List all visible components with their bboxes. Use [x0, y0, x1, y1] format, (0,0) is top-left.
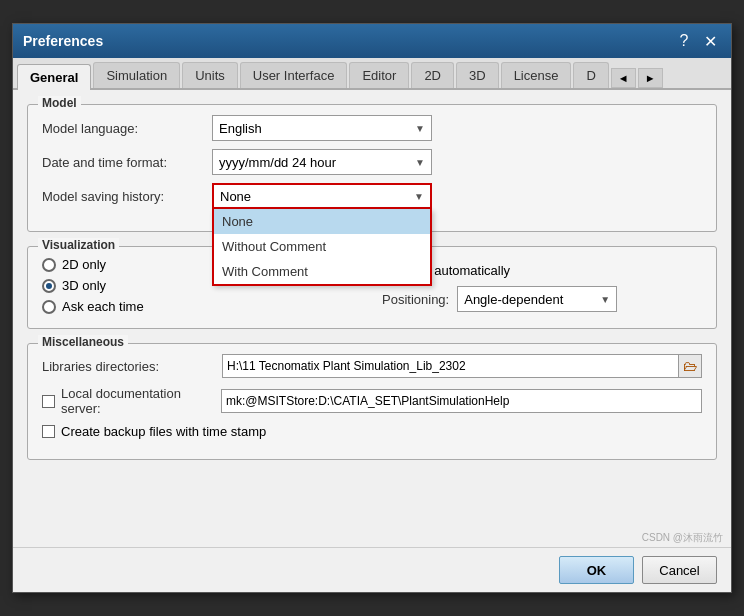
- backup-label: Create backup files with time stamp: [61, 424, 266, 439]
- preferences-dialog: Preferences ? ✕ General Simulation Units…: [12, 23, 732, 593]
- datetime-control: yyyy/mm/dd 24 hour ▼: [212, 149, 702, 175]
- radio-ask-label: Ask each time: [62, 299, 144, 314]
- title-bar-buttons: ? ✕: [673, 30, 721, 52]
- saving-control: None ▼ None Without Comment With Comment: [212, 183, 702, 209]
- positioning-value: Angle-dependent: [464, 292, 563, 307]
- tab-nav-left[interactable]: ◄: [611, 68, 636, 88]
- radio-3d-circle: [42, 279, 56, 293]
- saving-option-without-comment[interactable]: Without Comment: [214, 234, 430, 259]
- vis-group-label: Visualization: [38, 238, 119, 252]
- dialog-footer: OK Cancel: [13, 547, 731, 592]
- datetime-row: Date and time format: yyyy/mm/dd 24 hour…: [42, 149, 702, 175]
- dialog-title: Preferences: [23, 33, 103, 49]
- language-select[interactable]: English ▼: [212, 115, 432, 141]
- dialog-content: Model Model language: English ▼ Date and…: [13, 90, 731, 547]
- tab-user-interface[interactable]: User Interface: [240, 62, 348, 88]
- datetime-select[interactable]: yyyy/mm/dd 24 hour ▼: [212, 149, 432, 175]
- saving-label: Model saving history:: [42, 189, 212, 204]
- positioning-row: Positioning: Angle-dependent ▼: [382, 286, 702, 312]
- radio-3d-dot: [46, 283, 52, 289]
- model-group-label: Model: [38, 96, 81, 110]
- libraries-browse-button[interactable]: 🗁: [678, 354, 702, 378]
- misc-group-label: Miscellaneous: [38, 335, 128, 349]
- help-button[interactable]: ?: [673, 30, 695, 52]
- tab-general[interactable]: General: [17, 64, 91, 90]
- tab-bar: General Simulation Units User Interface …: [13, 58, 731, 90]
- tab-editor[interactable]: Editor: [349, 62, 409, 88]
- language-row: Model language: English ▼: [42, 115, 702, 141]
- positioning-arrow: ▼: [600, 294, 610, 305]
- ok-button[interactable]: OK: [559, 556, 634, 584]
- docserver-checkbox[interactable]: [42, 395, 55, 408]
- tab-license[interactable]: License: [501, 62, 572, 88]
- radio-3d-label: 3D only: [62, 278, 106, 293]
- saving-dropdown-list: None Without Comment With Comment: [212, 209, 432, 286]
- saving-value: None: [220, 189, 251, 204]
- language-control: English ▼: [212, 115, 702, 141]
- datetime-arrow: ▼: [415, 157, 425, 168]
- radio-ask-circle: [42, 300, 56, 314]
- backup-row: Create backup files with time stamp: [42, 424, 702, 439]
- tab-nav-right[interactable]: ►: [638, 68, 663, 88]
- positioning-label: Positioning:: [382, 292, 449, 307]
- datetime-label: Date and time format:: [42, 155, 212, 170]
- language-arrow: ▼: [415, 123, 425, 134]
- saving-dropdown-container: None ▼ None Without Comment With Comment: [212, 183, 432, 209]
- title-bar: Preferences ? ✕: [13, 24, 731, 58]
- tab-2d[interactable]: 2D: [411, 62, 454, 88]
- datetime-value: yyyy/mm/dd 24 hour: [219, 155, 336, 170]
- backup-checkbox[interactable]: [42, 425, 55, 438]
- close-button[interactable]: ✕: [699, 30, 721, 52]
- docserver-label: Local documentation server:: [61, 386, 221, 416]
- tab-units[interactable]: Units: [182, 62, 238, 88]
- tab-d[interactable]: D: [573, 62, 608, 88]
- watermark: CSDN @沐雨流竹: [642, 531, 723, 545]
- docserver-row: Local documentation server: mk:@MSITStor…: [42, 386, 702, 416]
- saving-row: Model saving history: None ▼ None Withou…: [42, 183, 702, 209]
- radio-ask[interactable]: Ask each time: [42, 299, 362, 314]
- libraries-input-group: H:\11 Tecnomatix Plant Simulation_Lib_23…: [222, 354, 702, 378]
- cancel-button[interactable]: Cancel: [642, 556, 717, 584]
- positioning-select[interactable]: Angle-dependent ▼: [457, 286, 617, 312]
- language-label: Model language:: [42, 121, 212, 136]
- model-group: Model Model language: English ▼ Date and…: [27, 104, 717, 232]
- saving-option-none[interactable]: None: [214, 209, 430, 234]
- misc-group: Miscellaneous Libraries directories: H:\…: [27, 343, 717, 460]
- libraries-input[interactable]: H:\11 Tecnomatix Plant Simulation_Lib_23…: [222, 354, 678, 378]
- tab-3d[interactable]: 3D: [456, 62, 499, 88]
- tab-simulation[interactable]: Simulation: [93, 62, 180, 88]
- docserver-input[interactable]: mk:@MSITStore:D:\CATIA_SET\PlantSimulati…: [221, 389, 702, 413]
- saving-option-with-comment[interactable]: With Comment: [214, 259, 430, 284]
- saving-arrow: ▼: [414, 191, 424, 202]
- radio-2d-label: 2D only: [62, 257, 106, 272]
- radio-2d-circle: [42, 258, 56, 272]
- libraries-row: Libraries directories: H:\11 Tecnomatix …: [42, 354, 702, 378]
- language-value: English: [219, 121, 262, 136]
- libraries-label: Libraries directories:: [42, 359, 222, 374]
- saving-select[interactable]: None ▼: [212, 183, 432, 209]
